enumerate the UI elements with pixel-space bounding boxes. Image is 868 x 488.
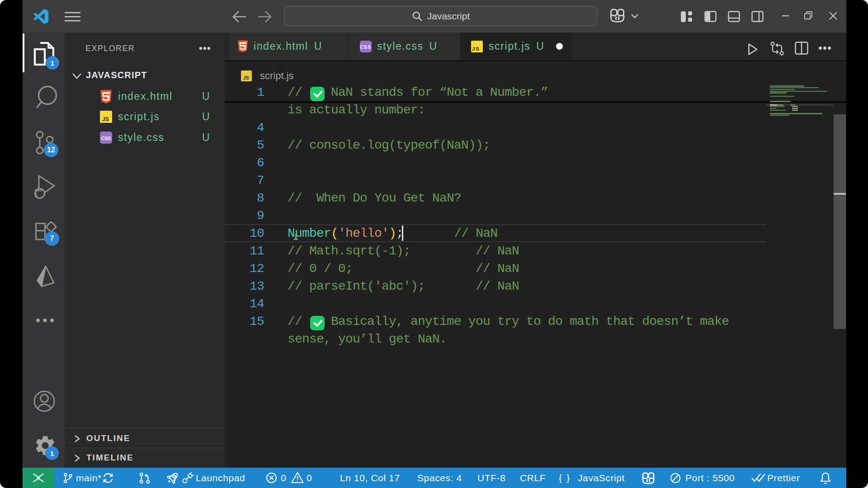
- svg-text:CSS: CSS: [101, 136, 111, 141]
- svg-text:JS: JS: [102, 116, 109, 122]
- svg-text:JS: JS: [243, 75, 249, 80]
- svg-text:CSS: CSS: [360, 45, 371, 50]
- svg-text:JS: JS: [472, 46, 480, 52]
